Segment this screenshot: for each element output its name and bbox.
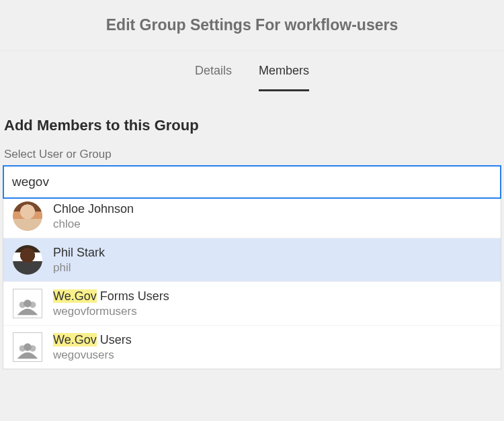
- option-text: Phil Stark phil: [53, 246, 105, 275]
- match-highlight: We.Gov: [53, 289, 97, 303]
- autocomplete-dropdown: Chloe Johnson chloe Phil Stark phil: [3, 199, 501, 369]
- option-id: chloe: [53, 218, 134, 231]
- option-id: wegovusers: [53, 348, 132, 362]
- group-icon: [13, 289, 42, 318]
- tabs: Details Members: [0, 51, 504, 99]
- tab-members[interactable]: Members: [259, 60, 309, 91]
- search-input[interactable]: [3, 165, 501, 199]
- avatar: [13, 245, 42, 275]
- option-name: Chloe Johnson: [53, 202, 134, 216]
- search-label: Select User or Group: [0, 148, 504, 165]
- dialog-header: Edit Group Settings For workflow-users: [0, 0, 504, 51]
- option-name: We.Gov Forms Users: [53, 289, 169, 303]
- option-user-phil[interactable]: Phil Stark phil: [3, 238, 501, 282]
- option-user-chloe[interactable]: Chloe Johnson chloe: [3, 199, 501, 238]
- content: Add Members to this Group Select User or…: [0, 99, 504, 369]
- svg-point-2: [24, 299, 31, 307]
- option-group-wegov-forms[interactable]: We.Gov Forms Users wegovformusers: [3, 282, 501, 326]
- option-group-wegov-users[interactable]: We.Gov Users wegovusers: [3, 326, 501, 369]
- tab-details[interactable]: Details: [195, 60, 232, 91]
- option-text: We.Gov Users wegovusers: [53, 333, 132, 362]
- option-name: We.Gov Users: [53, 333, 132, 347]
- avatar: [13, 201, 42, 231]
- group-icon: [13, 332, 42, 362]
- page-title: Edit Group Settings For workflow-users: [106, 16, 398, 34]
- option-text: We.Gov Forms Users wegovformusers: [53, 289, 169, 318]
- section-title: Add Members to this Group: [0, 111, 504, 148]
- option-id: wegovformusers: [53, 305, 169, 318]
- svg-point-5: [24, 343, 31, 350]
- option-id: phil: [53, 261, 105, 275]
- option-name: Phil Stark: [53, 246, 105, 260]
- match-highlight: We.Gov: [53, 333, 97, 346]
- option-text: Chloe Johnson chloe: [53, 202, 134, 231]
